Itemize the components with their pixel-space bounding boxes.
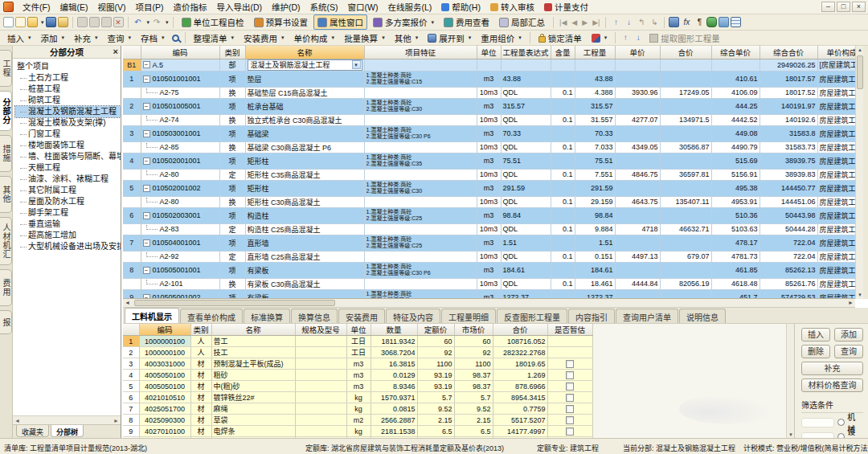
cell-quantity[interactable]: 291.59 [575,180,615,196]
cell-expression[interactable]: 43.88 [501,71,551,87]
cell-comp-total[interactable]: 38939.83 [760,169,817,180]
cell-category[interactable]: 项 [219,71,245,87]
level-arrow-icon[interactable]: ↳ [649,17,660,28]
cell-code[interactable]: A2-92 [141,251,219,262]
cell-comp-unit-price[interactable]: 478.17 [711,235,760,251]
cell-row-number[interactable]: 3 [123,125,141,141]
cell-row-number[interactable] [123,251,141,262]
cell-total[interactable]: 14177.4997 [493,426,547,437]
cell-category[interactable]: 人 [190,347,211,358]
toolbar-button-6[interactable]: 局部汇总 [495,14,549,30]
level-arrow-icon[interactable]: ↰ [636,17,647,28]
sidebar-close-icon[interactable]: × [113,47,118,56]
provisional-checkbox[interactable] [566,416,574,424]
cell-comp-unit-price[interactable]: 510.36 [711,207,760,223]
cell-content[interactable] [551,59,575,71]
cell-category[interactable]: 人 [190,336,211,347]
cell-content[interactable] [551,235,575,251]
lock-boq-button[interactable]: 锁定清单 [534,31,586,46]
cell-name[interactable]: 草袋 [211,415,295,426]
detail-column-header[interactable]: 单位 [346,324,371,336]
cell-category[interactable]: 换 [219,278,245,289]
add-button[interactable]: 添加 [834,328,863,342]
cell-comp-total[interactable]: 140191.97 [760,98,817,114]
cell-spec[interactable] [295,403,346,415]
cell-total[interactable]: 1.269 [493,370,547,381]
cell-expression[interactable] [501,59,551,71]
cell-code[interactable]: A2-101 [141,278,219,289]
cell-unit[interactable]: m3 [477,98,501,114]
cell-quantity[interactable]: 29.159 [575,196,615,207]
action-dropdown-7[interactable]: 重用组价▾ [477,31,526,46]
left-tab-1[interactable]: 工程概况 [0,50,12,87]
cell-category[interactable]: 换 [219,114,245,125]
query-button[interactable]: 查询 [834,345,863,358]
cell-content[interactable] [551,180,575,196]
detail-tab[interactable]: 反查图形工程量 [497,309,567,323]
detail-row[interactable]: 84025090300材草袋m22566.28872.152.155517.52… [123,415,592,426]
cell-unit[interactable]: 10m3 [477,87,501,98]
cell-unit-price[interactable] [615,153,660,169]
new-from-template-icon[interactable] [15,17,26,27]
cell-expression[interactable]: 1.51 [501,235,551,251]
cell-market-price[interactable]: 60 [454,336,493,347]
cell-content[interactable]: 0.1 [551,169,575,180]
menu-item[interactable]: 编辑(E) [55,0,92,14]
hscroll-thumb[interactable] [134,300,335,306]
cell-unit[interactable]: m3 [346,381,371,392]
cell-category[interactable]: 项 [219,180,245,196]
collapse-icon[interactable]: − [143,103,150,110]
cell-category[interactable]: 材 [190,415,211,426]
cell-category[interactable]: 定 [219,169,245,180]
cell-total[interactable] [660,180,711,196]
cell-code[interactable]: −010502003001 [141,207,219,223]
cell-row-number[interactable]: 8 [123,262,141,278]
cell-name[interactable]: 有梁板 [245,262,364,278]
cell-unit[interactable]: m3 [346,370,371,381]
cell-name[interactable]: 独立式桩承台 C30商品混凝土 [245,114,364,125]
cell-comp-total[interactable]: 574729.53 [760,289,817,299]
cell-name[interactable]: 有梁板 C30商品混凝土 [245,278,364,289]
boq-item-row[interactable]: 7−010504001001项直形墙1.混凝土种类:商砼2.混凝土强度等级:C2… [123,235,855,251]
cell-unit[interactable]: m3 [477,180,501,196]
cell-expression[interactable]: QDL [501,196,551,207]
pilcrow-icon[interactable]: ¶ [694,17,705,28]
detail-column-header[interactable]: 合价 [493,324,547,336]
boq-item-row[interactable]: 3−010503001001项基础梁1.混凝土种类:商砼2.混凝土强度等级:C3… [123,125,855,141]
detail-row[interactable]: 44005050100材粗砂m30.012993.1998.371.269 [123,370,592,381]
boq-section-row[interactable]: B1−A.5部混凝土及钢筋混凝土工程▼2949026.25[房屋建筑工程] [123,59,855,71]
cell-code[interactable]: A2-83 [141,223,219,235]
vscroll-thumb[interactable] [857,55,863,89]
cell-base-price[interactable]: 6.5 [417,426,454,437]
detail-column-header[interactable]: 类别 [190,324,211,336]
close-button[interactable]: × [852,2,866,12]
table-icon[interactable] [731,17,741,27]
left-tab-6[interactable]: 费用汇总 [0,269,12,306]
tree-item[interactable]: 门窗工程 [15,129,121,140]
boq-column-header[interactable]: 综合单价 [711,46,760,59]
cell-comp-total[interactable]: 31583.73 [760,141,817,153]
collapse-icon[interactable]: − [143,239,150,247]
cell-price-file[interactable]: 房屋建筑工程 [817,114,855,125]
cell-code[interactable]: 4025090300 [139,415,190,426]
collapse-icon[interactable]: − [143,267,150,274]
cell-market-price[interactable]: 98.37 [454,370,493,381]
boq-item-row[interactable]: 2−010501005001项桩承台基础1.混凝土种类:商砼2.混凝土强度等级:… [123,98,855,114]
cell-row-number[interactable] [123,223,141,235]
boq-sub-row[interactable]: A2-83定构造柱 C25商品混凝土10m3QDL0.19.8844718466… [123,223,855,235]
cell-price-file[interactable]: 房屋建筑工程 [817,251,855,262]
cell-total[interactable]: 18019.65 [493,358,547,370]
cell-expression[interactable]: QDL [501,141,551,153]
cell-unit[interactable]: 10m3 [477,141,501,153]
cell-code[interactable]: 4005050100 [139,381,190,392]
detail-column-header[interactable]: 是否暂估 [547,324,592,336]
cell-row-number[interactable]: 7 [123,403,139,415]
save-icon[interactable] [46,17,56,27]
cell-comp-unit-price[interactable]: 5103.63 [711,223,760,235]
detail-tab[interactable]: 查看单价构成 [180,309,243,323]
cut-icon[interactable] [77,17,88,27]
detail-tab[interactable]: 查询用户清单 [616,309,678,323]
radio-机械[interactable] [837,419,845,426]
cell-row-number[interactable]: 8 [123,415,139,426]
cell-code[interactable]: −010503001001 [141,125,219,141]
